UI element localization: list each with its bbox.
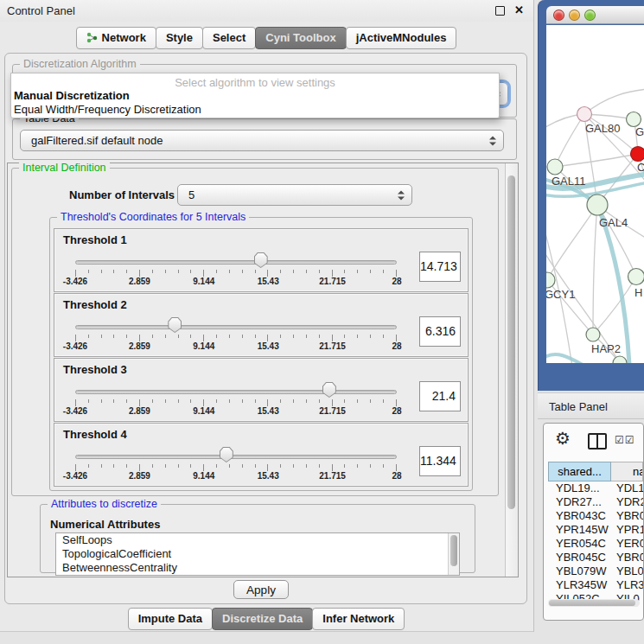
vertical-scrollbar[interactable] bbox=[505, 163, 518, 577]
gear-icon[interactable]: ⚙ bbox=[555, 428, 571, 449]
network-edge[interactable] bbox=[584, 89, 644, 114]
scrollbar-thumb[interactable] bbox=[549, 600, 635, 606]
network-edge[interactable] bbox=[593, 205, 597, 335]
scale-label: 28 bbox=[392, 406, 401, 416]
threshold-value-field[interactable]: 6.316 bbox=[419, 316, 461, 347]
network-node-gal4[interactable] bbox=[587, 194, 608, 215]
tick-mark bbox=[306, 399, 307, 403]
tick-mark bbox=[332, 335, 333, 341]
scale-label: 2.859 bbox=[129, 341, 150, 351]
network-canvas[interactable]: GAL80G.CGAL11GAL4GCY1HHAP2 bbox=[546, 25, 644, 363]
network-node-gcy1[interactable] bbox=[546, 272, 555, 288]
tab-infer-network[interactable]: Infer Network bbox=[312, 608, 405, 630]
tab-style[interactable]: Style bbox=[156, 27, 203, 49]
tick-mark bbox=[280, 464, 281, 468]
tab-impute-data[interactable]: Impute Data bbox=[128, 608, 213, 630]
list-vertical-scrollbar[interactable] bbox=[448, 533, 459, 575]
threshold-value-field[interactable]: 11.344 bbox=[419, 446, 461, 476]
table-row[interactable]: YBL079WYBL0 bbox=[548, 564, 643, 578]
slider-track[interactable] bbox=[75, 455, 397, 459]
cell-name: YPR1 bbox=[611, 523, 643, 537]
slider-track[interactable] bbox=[75, 390, 397, 394]
network-node-h[interactable] bbox=[628, 269, 644, 285]
column-header-name[interactable]: na bbox=[611, 462, 643, 481]
table-row[interactable]: YPR145WYPR1 bbox=[548, 523, 643, 537]
cell-shared-name: YDR27... bbox=[548, 495, 611, 509]
network-edge[interactable] bbox=[593, 277, 636, 335]
table-row[interactable]: YDR27...YDR2 bbox=[548, 495, 643, 509]
horizontal-scrollbar[interactable] bbox=[548, 599, 640, 607]
tick-mark bbox=[293, 399, 294, 403]
network-edge[interactable] bbox=[555, 114, 584, 167]
tab-network[interactable]: Network bbox=[76, 27, 156, 49]
tick-mark bbox=[178, 335, 179, 338]
network-edge-highlighted[interactable] bbox=[546, 354, 583, 363]
tick-mark bbox=[216, 399, 217, 403]
scale-label: 21.715 bbox=[319, 406, 346, 416]
tab-discretize-data[interactable]: Discretize Data bbox=[212, 608, 313, 630]
numerical-attributes-list[interactable]: SelfLoopsTopologicalCoefficientBetweenne… bbox=[55, 532, 460, 576]
slider-track[interactable] bbox=[75, 260, 397, 265]
slider-thumb[interactable] bbox=[168, 317, 182, 333]
algorithm-option[interactable]: Equal Width/Frequency Discretization bbox=[11, 103, 499, 117]
network-node-gal80[interactable] bbox=[577, 107, 592, 122]
tab-jactivemnodules[interactable]: jActiveMNodules bbox=[346, 27, 457, 49]
column-header-shared-name[interactable]: shared... bbox=[548, 462, 611, 481]
split-pane-icon[interactable] bbox=[588, 433, 607, 450]
table-row[interactable]: YBR043CYBR0 bbox=[548, 509, 643, 523]
slider-thumb[interactable] bbox=[220, 447, 233, 462]
network-node-g[interactable] bbox=[627, 112, 641, 127]
cell-name: YBR0 bbox=[611, 551, 643, 564]
float-window-icon[interactable] bbox=[495, 6, 505, 16]
table-panel-title: Table Panel bbox=[549, 400, 608, 413]
table-data-combo[interactable]: galFiltered.sif default node bbox=[20, 130, 504, 151]
list-item[interactable]: SelfLoops bbox=[56, 533, 459, 547]
tick-mark bbox=[267, 464, 268, 471]
attributes-to-discretize-label: Attributes to discretize bbox=[48, 498, 161, 510]
threshold-slider[interactable]: -3.4262.8599.14415.4321.71528 bbox=[75, 359, 397, 423]
tick-mark bbox=[332, 464, 333, 471]
network-edge[interactable] bbox=[555, 154, 638, 167]
network-node-c[interactable] bbox=[631, 147, 644, 162]
table-row[interactable]: YDL19...YDL1 bbox=[548, 481, 643, 495]
tick-mark bbox=[75, 464, 76, 471]
threshold-slider[interactable]: -3.4262.8599.14415.4321.71528 bbox=[75, 294, 397, 358]
tick-mark bbox=[229, 399, 230, 403]
scrollbar-thumb[interactable] bbox=[507, 175, 515, 509]
scrollbar-thumb[interactable] bbox=[450, 535, 457, 566]
threshold-slider[interactable]: -3.4262.8599.14415.4321.71528 bbox=[75, 424, 397, 488]
cell-name: YLR3 bbox=[611, 578, 643, 592]
number-of-intervals-combo[interactable]: 5 bbox=[177, 184, 412, 206]
list-item[interactable]: BetweennessCentrality bbox=[56, 561, 459, 575]
node-label: G. bbox=[635, 125, 644, 138]
table-row[interactable]: YBR045CYBR0 bbox=[548, 551, 643, 564]
mac-zoom-icon[interactable] bbox=[584, 10, 596, 21]
tick-mark bbox=[152, 399, 153, 403]
threshold-value-field[interactable]: 21.4 bbox=[419, 381, 461, 411]
tab-select[interactable]: Select bbox=[202, 27, 256, 49]
mac-close-icon[interactable] bbox=[553, 10, 564, 21]
table-row[interactable]: YLR345WYLR3 bbox=[548, 578, 643, 592]
table-rows: YDL19...YDL1YDR27...YDR2YBR043CYBR0YPR14… bbox=[548, 481, 643, 608]
threshold-slider[interactable]: -3.4262.8599.14415.4321.71528 bbox=[75, 229, 397, 293]
network-node-hap2[interactable] bbox=[586, 328, 600, 341]
apply-button[interactable]: Apply bbox=[233, 580, 289, 599]
mac-minimize-icon[interactable] bbox=[569, 10, 580, 21]
tab-cyni-toolbox[interactable]: Cyni Toolbox bbox=[255, 27, 346, 49]
tick-mark bbox=[75, 335, 76, 341]
slider-thumb[interactable] bbox=[322, 382, 336, 398]
slider-track[interactable] bbox=[75, 325, 397, 329]
threshold-panel: Threshold 2-3.4262.8599.14415.4321.71528… bbox=[54, 293, 469, 357]
list-item[interactable]: TopologicalCoefficient bbox=[56, 547, 459, 561]
tick-mark bbox=[178, 270, 179, 273]
close-icon[interactable]: ✕ bbox=[514, 3, 524, 16]
algorithm-option[interactable]: Manual Discretization bbox=[11, 89, 499, 103]
tick-mark bbox=[357, 399, 358, 403]
tick-mark bbox=[178, 399, 179, 403]
network-node-gal11[interactable] bbox=[547, 159, 563, 175]
table-row[interactable]: YER054CYER0 bbox=[548, 537, 643, 551]
slider-thumb[interactable] bbox=[254, 252, 268, 268]
combo-arrows-icon bbox=[398, 190, 405, 200]
select-columns-icon[interactable]: ☑☑ bbox=[615, 434, 635, 446]
threshold-value-field[interactable]: 14.713 bbox=[419, 252, 461, 282]
